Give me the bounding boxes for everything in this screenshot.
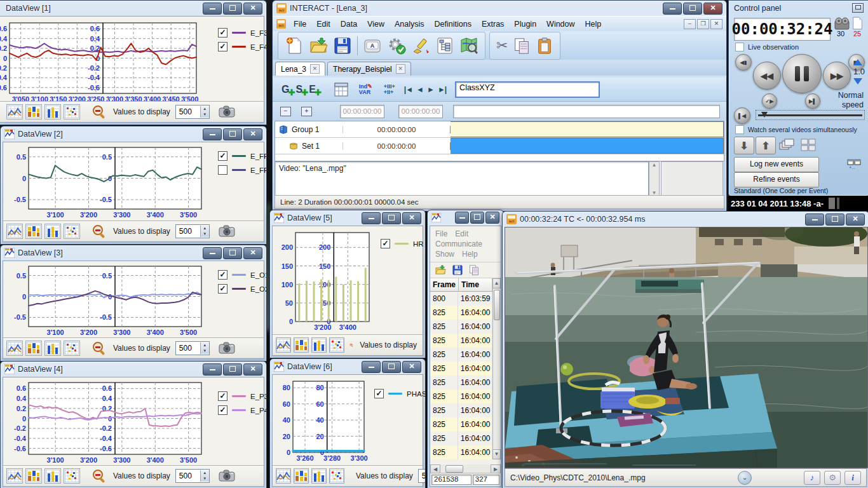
table-row[interactable]: 82516:04:00 bbox=[430, 320, 492, 334]
zoom-out-icon[interactable] bbox=[349, 337, 353, 353]
values-spinner[interactable]: 500▲▼ bbox=[175, 469, 210, 483]
table-row[interactable]: 82516:04:00 bbox=[430, 334, 492, 348]
copy-icon[interactable] bbox=[468, 264, 480, 276]
table-row[interactable]: 82516:04:00 bbox=[430, 403, 492, 417]
position-slider[interactable] bbox=[756, 110, 865, 120]
open-file-icon[interactable] bbox=[309, 36, 328, 55]
mdi-close-button[interactable]: ✕ bbox=[710, 19, 722, 29]
nav-next-button[interactable]: ► bbox=[427, 85, 434, 94]
code-list-icon[interactable] bbox=[435, 36, 454, 55]
maximize-button[interactable] bbox=[683, 3, 702, 15]
log-new-events-button[interactable]: Log new events bbox=[734, 157, 819, 172]
legend-checkbox[interactable]: ✓ bbox=[218, 405, 227, 415]
chart-type-scatter-button[interactable] bbox=[329, 468, 344, 484]
table-row[interactable]: 82516:04:00 bbox=[430, 390, 492, 403]
new-file-icon[interactable] bbox=[285, 36, 304, 55]
table-row[interactable]: 82516:04:00 bbox=[430, 362, 492, 376]
slider-thumb[interactable] bbox=[761, 112, 768, 118]
live-observation-row[interactable]: Live observation bbox=[735, 43, 799, 51]
chart-type-scatter-button[interactable] bbox=[64, 104, 80, 119]
menu-show[interactable]: Show bbox=[431, 249, 458, 259]
table-row[interactable]: 82516:04:00 bbox=[430, 417, 492, 431]
dataview1-titlebar[interactable]: DataView [1] ✕ bbox=[0, 1, 266, 16]
move-up-button[interactable]: ⬆ bbox=[756, 137, 776, 154]
table-view-icon[interactable] bbox=[334, 82, 349, 97]
group-row[interactable]: Group 1 00:00:00:00 bbox=[275, 121, 724, 138]
scroll-up-icon[interactable]: ▲ bbox=[492, 278, 501, 288]
chart-type-bar-button[interactable] bbox=[44, 468, 61, 484]
spin-down-icon[interactable]: ▼ bbox=[201, 112, 209, 118]
menu-item-extras[interactable]: Extras bbox=[477, 18, 509, 30]
panel-restore-button[interactable] bbox=[852, 3, 864, 13]
live-observation-checkbox[interactable] bbox=[735, 43, 744, 51]
legend-checkbox[interactable]: ✓ bbox=[218, 42, 227, 51]
video-info-button[interactable]: i bbox=[844, 471, 861, 485]
table-header[interactable]: Frame Time bbox=[430, 278, 492, 292]
speed-up-button[interactable] bbox=[853, 59, 862, 65]
chart-type-stacked-button[interactable] bbox=[25, 341, 42, 356]
dataview6-titlebar[interactable]: DataView [6] ✕ bbox=[270, 359, 425, 374]
camera-icon[interactable] bbox=[219, 470, 235, 482]
mdi-restore-button[interactable]: ❒ bbox=[697, 19, 709, 29]
legend-checkbox[interactable]: ✓ bbox=[381, 239, 390, 248]
maximize-button[interactable] bbox=[470, 212, 484, 224]
table-hscrollbar[interactable]: ◀ ▶ bbox=[430, 464, 501, 473]
table-row[interactable]: 82516:04:00 bbox=[430, 431, 492, 445]
minimize-button[interactable] bbox=[203, 247, 222, 259]
rewind-button[interactable]: ◀◀ bbox=[753, 62, 781, 90]
chart-type-stacked-button[interactable] bbox=[294, 337, 309, 353]
refine-events-button[interactable]: Refine events bbox=[734, 172, 819, 187]
chart-type-stacked-button[interactable] bbox=[25, 468, 42, 484]
scroll-up-icon[interactable]: ▲ bbox=[652, 162, 657, 168]
time-field-1[interactable]: 00:00:00:00 bbox=[340, 105, 384, 118]
expand-button[interactable]: + bbox=[301, 107, 312, 116]
close-button[interactable]: ✕ bbox=[846, 214, 865, 226]
close-button[interactable]: ✕ bbox=[402, 361, 421, 373]
spin-up-icon[interactable]: ▲ bbox=[201, 342, 209, 348]
zoom-out-icon[interactable] bbox=[92, 341, 107, 356]
add-set-button[interactable]: S✚ bbox=[295, 84, 302, 95]
annotation-field[interactable] bbox=[453, 105, 720, 118]
spin-down-icon[interactable]: ▼ bbox=[201, 476, 209, 482]
settings-icon[interactable] bbox=[387, 36, 406, 55]
table-row[interactable]: 82516:04:00 bbox=[430, 348, 492, 362]
maximize-button[interactable] bbox=[223, 247, 242, 259]
spin-up-icon[interactable]: ▲ bbox=[201, 226, 209, 231]
dataview4-titlebar[interactable]: DataView [4] ✕ bbox=[1, 362, 266, 377]
watch-several-checkbox[interactable] bbox=[735, 125, 744, 134]
spin-up-icon[interactable]: ▲ bbox=[201, 106, 209, 112]
minimize-button[interactable] bbox=[203, 363, 222, 376]
mdi-minimize-button[interactable]: – bbox=[684, 19, 696, 29]
spin-down-icon[interactable]: ▼ bbox=[201, 231, 209, 237]
close-button[interactable]: ✕ bbox=[485, 212, 499, 224]
interact-titlebar[interactable]: INTERACT - [Lena_3] ✕ bbox=[273, 1, 726, 16]
legend-checkbox[interactable]: ✓ bbox=[218, 284, 227, 294]
add-event-button[interactable]: E✚ bbox=[309, 84, 316, 95]
pause-button[interactable] bbox=[782, 54, 822, 93]
legend-checkbox[interactable] bbox=[218, 165, 227, 175]
menu-file[interactable]: File bbox=[431, 229, 451, 239]
chart-type-line-button[interactable] bbox=[6, 224, 23, 239]
dataview3-titlebar[interactable]: DataView [3] ✕ bbox=[1, 245, 266, 261]
chart-type-bar-button[interactable] bbox=[311, 468, 327, 484]
cut-icon[interactable]: ✂ bbox=[496, 37, 508, 54]
audio-button[interactable]: ♪ bbox=[804, 471, 820, 485]
spin-down-icon[interactable]: ▼ bbox=[201, 348, 209, 354]
menu-item-analysis[interactable]: Analysis bbox=[390, 18, 430, 30]
menu-help[interactable]: Help bbox=[458, 249, 482, 259]
video-settings-button[interactable]: ⚙ bbox=[824, 471, 841, 485]
chart-type-bar-button[interactable] bbox=[44, 341, 61, 356]
menu-edit[interactable]: Edit bbox=[451, 229, 472, 239]
tab-close-icon[interactable]: ✕ bbox=[310, 64, 320, 74]
table-row[interactable]: 80016:03:59 bbox=[430, 292, 492, 306]
chart-type-stacked-button[interactable] bbox=[25, 224, 42, 239]
legend-checkbox[interactable]: ✓ bbox=[218, 28, 227, 37]
chart-type-stacked-button[interactable] bbox=[25, 104, 42, 119]
close-button[interactable]: ✕ bbox=[402, 212, 421, 224]
class-field[interactable]: ClassXYZ bbox=[455, 81, 600, 98]
zoom-out-icon[interactable] bbox=[92, 224, 107, 239]
minimize-button[interactable] bbox=[663, 3, 682, 15]
indvar-icon[interactable]: Ind✎VAR bbox=[359, 84, 372, 95]
menu-item-plugin[interactable]: Plugin bbox=[509, 18, 541, 30]
move-down-button[interactable]: ⬇ bbox=[734, 137, 754, 154]
